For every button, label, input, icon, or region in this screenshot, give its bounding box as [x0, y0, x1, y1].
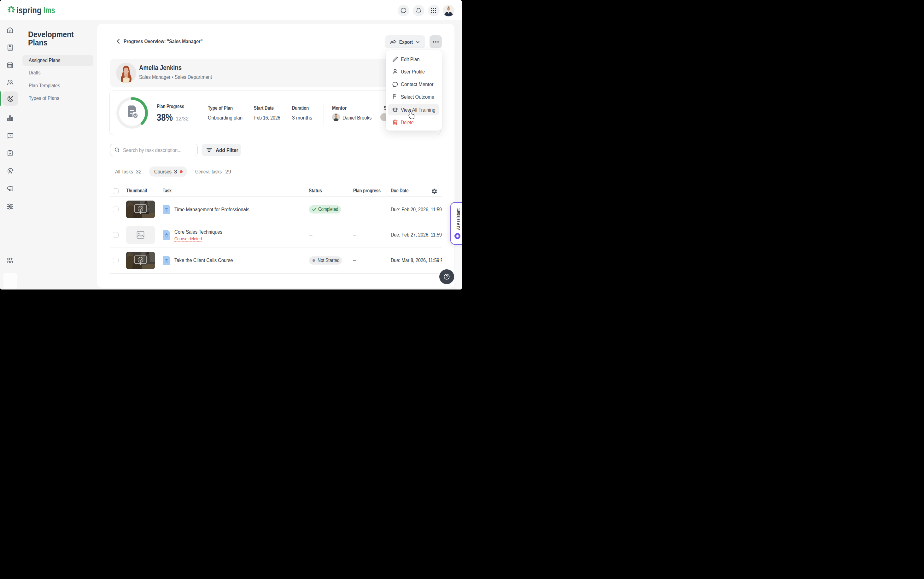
svg-text:?: ?: [10, 133, 11, 137]
